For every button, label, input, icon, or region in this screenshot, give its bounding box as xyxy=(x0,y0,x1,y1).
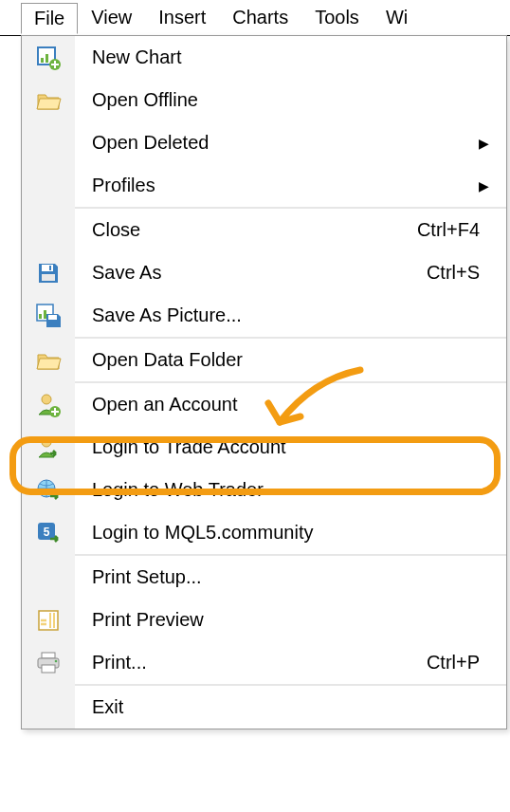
menu-label: Login to Web Trader xyxy=(75,479,506,501)
menu-label: Print Preview xyxy=(75,609,506,631)
mql5-login-icon: 5 xyxy=(22,520,75,546)
menu-print[interactable]: Print... Ctrl+P xyxy=(22,641,506,684)
file-dropdown: New Chart Open Offline Open Deleted ▶ Pr… xyxy=(21,35,507,729)
menu-label: Print... xyxy=(75,652,427,674)
menu-label: Login to MQL5.community xyxy=(75,522,506,544)
user-add-icon xyxy=(22,392,75,418)
menu-close[interactable]: Close Ctrl+F4 xyxy=(22,209,506,251)
menu-label: Print Setup... xyxy=(75,566,506,588)
menubar-item-insert[interactable]: Insert xyxy=(145,2,219,33)
menu-label: Exit xyxy=(75,696,506,718)
menu-open-account[interactable]: Open an Account xyxy=(22,383,506,426)
svg-point-13 xyxy=(42,437,51,447)
menubar-item-tools[interactable]: Tools xyxy=(301,2,373,33)
folder-open-icon xyxy=(22,87,75,114)
menu-print-setup[interactable]: Print Setup... xyxy=(22,556,506,599)
svg-rect-4 xyxy=(42,265,53,271)
menu-label: Close xyxy=(75,219,417,241)
menu-print-preview[interactable]: Print Preview xyxy=(22,599,506,641)
menu-label: Open an Account xyxy=(75,394,506,415)
shortcut-label: Ctrl+F4 xyxy=(417,219,506,241)
menu-label: Open Data Folder xyxy=(75,349,506,371)
menu-login-web[interactable]: Login to Web Trader xyxy=(22,469,506,511)
svg-rect-10 xyxy=(48,315,57,320)
menu-label: Open Deleted xyxy=(75,132,479,154)
menu-new-chart[interactable]: New Chart xyxy=(22,36,506,79)
menubar-item-view[interactable]: View xyxy=(78,2,145,33)
menu-label: Login to Trade Account xyxy=(75,436,506,458)
menu-profiles[interactable]: Profiles ▶ xyxy=(22,164,506,207)
menu-label: Save As xyxy=(75,262,427,284)
print-preview-icon xyxy=(22,607,75,634)
save-picture-icon xyxy=(22,303,75,329)
menu-label: Open Offline xyxy=(75,89,506,111)
menu-login-trade[interactable]: Login to Trade Account xyxy=(22,426,506,469)
folder-icon xyxy=(22,347,75,374)
user-login-icon xyxy=(22,434,75,461)
menu-login-mql5[interactable]: 5 Login to MQL5.community xyxy=(22,511,506,554)
svg-point-21 xyxy=(55,659,58,662)
shortcut-label: Ctrl+P xyxy=(427,652,506,674)
menubar: File View Insert Charts Tools Wi xyxy=(0,0,510,36)
menu-save-as-picture[interactable]: Save As Picture... xyxy=(22,294,506,337)
new-chart-icon xyxy=(22,45,75,71)
menu-open-data-folder[interactable]: Open Data Folder xyxy=(22,339,506,381)
globe-login-icon xyxy=(22,477,75,504)
menu-exit[interactable]: Exit xyxy=(22,686,506,729)
menubar-item-charts[interactable]: Charts xyxy=(219,2,301,33)
svg-rect-9 xyxy=(44,310,46,319)
menu-open-offline[interactable]: Open Offline xyxy=(22,79,506,121)
chevron-right-icon: ▶ xyxy=(479,136,506,151)
svg-rect-2 xyxy=(46,54,48,63)
svg-rect-20 xyxy=(42,665,55,673)
save-icon xyxy=(22,261,75,286)
print-icon xyxy=(22,650,75,676)
svg-point-11 xyxy=(42,395,51,404)
menu-label: New Chart xyxy=(75,46,506,68)
svg-rect-6 xyxy=(42,274,55,281)
svg-rect-8 xyxy=(39,314,42,319)
svg-text:5: 5 xyxy=(44,526,50,539)
menubar-item-file[interactable]: File xyxy=(21,3,78,34)
chevron-right-icon: ▶ xyxy=(479,178,506,194)
shortcut-label: Ctrl+S xyxy=(427,262,506,284)
svg-rect-1 xyxy=(41,58,44,63)
svg-rect-5 xyxy=(49,266,51,270)
menubar-item-window[interactable]: Wi xyxy=(373,2,421,33)
menu-open-deleted[interactable]: Open Deleted ▶ xyxy=(22,121,506,164)
svg-rect-18 xyxy=(42,653,55,658)
menu-label: Profiles xyxy=(75,175,479,196)
menu-label: Save As Picture... xyxy=(75,304,506,326)
menu-save-as[interactable]: Save As Ctrl+S xyxy=(22,251,506,294)
